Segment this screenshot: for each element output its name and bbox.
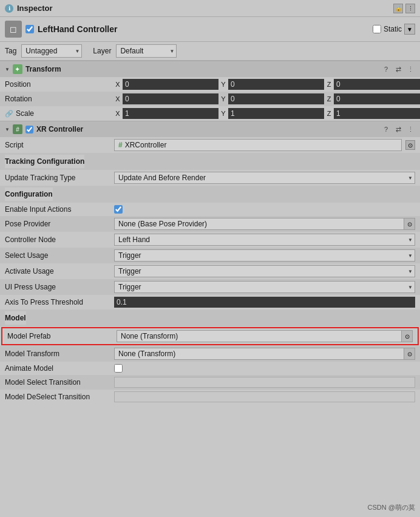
transform-settings-btn[interactable]: ⇄ <box>393 64 403 74</box>
select-usage-dropdown[interactable]: Trigger ▼ <box>114 249 415 262</box>
xr-help-btn[interactable]: ? <box>381 124 391 134</box>
title-bar-actions: 🔒 ⋮ <box>393 4 415 13</box>
script-name: XRController <box>125 141 167 149</box>
model-prefab-label: Model Prefab <box>7 332 117 340</box>
transform-menu-btn[interactable]: ⋮ <box>405 64 415 74</box>
transform-help-btn[interactable]: ? <box>381 64 391 74</box>
script-field: # XRController <box>114 139 402 151</box>
scale-y-input[interactable] <box>228 108 324 119</box>
xr-controller-toggle-icon: ▼ <box>5 127 10 132</box>
position-x-input[interactable] <box>123 79 218 90</box>
tag-label: Tag <box>5 47 16 55</box>
tag-select-wrapper: Untagged <box>21 44 82 58</box>
gameobject-name: LeftHand Controller <box>38 24 369 34</box>
enable-input-row: Enable Input Actions <box>0 203 420 216</box>
xr-settings-btn[interactable]: ⇄ <box>393 124 403 134</box>
rotation-xyz: X Y Z <box>114 93 420 104</box>
controller-node-row: Controller Node Left Hand ▼ <box>0 232 420 248</box>
pose-provider-label: Pose Provider <box>5 220 114 228</box>
update-tracking-value: Update And Before Render <box>114 172 415 184</box>
enable-input-label: Enable Input Actions <box>5 205 114 214</box>
animate-model-checkbox[interactable] <box>114 364 123 373</box>
xr-controller-component: ▼ # XR Controller ? ⇄ ⋮ Script # XRContr… <box>0 121 420 404</box>
select-usage-label: Select Usage <box>5 251 114 260</box>
ui-press-value: Trigger <box>114 281 415 293</box>
static-dropdown-btn[interactable]: ▼ <box>404 24 415 35</box>
model-prefab-field: None (Transform) ⊙ <box>117 330 413 342</box>
animate-model-value <box>114 364 415 373</box>
pose-provider-row: Pose Provider None (Base Pose Provider) … <box>0 216 420 232</box>
pose-provider-value: None (Base Pose Provider) ⊙ <box>114 218 415 230</box>
gameobject-active-checkbox[interactable] <box>25 25 34 33</box>
enable-input-value <box>114 205 415 214</box>
scale-x-input[interactable] <box>123 108 218 119</box>
script-label: Script <box>5 141 114 149</box>
model-transform-target-btn[interactable]: ⊙ <box>404 348 415 359</box>
model-section: Model <box>0 309 420 326</box>
pos-z-label: Z <box>325 81 333 88</box>
position-z-input[interactable] <box>334 79 420 90</box>
model-transform-row: Model Transform None (Transform) ⊙ <box>0 346 420 362</box>
watermark: CSDN @萌の莫 <box>368 503 415 512</box>
controller-node-value: Left Hand <box>114 234 415 246</box>
activate-usage-dropdown[interactable]: Trigger ▼ <box>114 265 415 277</box>
position-y-input[interactable] <box>228 79 324 90</box>
model-prefab-row: Model Prefab None (Transform) ⊙ <box>1 327 419 345</box>
lock-button[interactable]: 🔒 <box>393 4 403 13</box>
transform-actions: ? ⇄ ⋮ <box>381 64 415 74</box>
layer-select[interactable]: Default <box>116 44 177 58</box>
model-deselect-input[interactable] <box>114 391 415 402</box>
rotation-z-input[interactable] <box>334 93 420 104</box>
model-select-transition-row: Model Select Transition <box>0 375 420 390</box>
animate-model-row: Animate Model <box>0 362 420 375</box>
transform-header[interactable]: ▼ ✦ Transform ? ⇄ ⋮ <box>0 61 420 77</box>
model-deselect-label: Model DeSelect Transition <box>5 393 114 401</box>
xr-controller-title: XR Controller <box>36 125 378 133</box>
controller-node-label: Controller Node <box>5 235 114 244</box>
model-prefab-value: None (Transform) ⊙ <box>117 330 413 342</box>
script-target-btn[interactable]: ⊙ <box>405 140 415 150</box>
controller-node-dropdown[interactable]: Left Hand ▼ <box>114 234 415 246</box>
static-area: Static ▼ <box>373 24 415 35</box>
transform-component: ▼ ✦ Transform ? ⇄ ⋮ Position X Y Z Rotat… <box>0 61 420 121</box>
axis-threshold-input[interactable] <box>114 297 415 308</box>
model-prefab-text: None (Transform) <box>117 332 401 340</box>
xr-controller-actions: ? ⇄ ⋮ <box>381 124 415 134</box>
layer-select-wrapper: Default <box>116 44 177 58</box>
xr-controller-enabled-checkbox[interactable] <box>25 126 33 133</box>
model-transform-field: None (Transform) ⊙ <box>114 348 415 360</box>
xr-controller-header[interactable]: ▼ # XR Controller ? ⇄ ⋮ <box>0 121 420 137</box>
ui-press-dropdown[interactable]: Trigger ▼ <box>114 281 415 293</box>
model-prefab-target-btn[interactable]: ⊙ <box>401 331 412 342</box>
rot-y-label: Y <box>220 95 227 103</box>
model-deselect-transition-row: Model DeSelect Transition <box>0 390 420 404</box>
pose-provider-target-btn[interactable]: ⊙ <box>404 218 415 229</box>
enable-input-checkbox[interactable] <box>114 205 123 214</box>
title-bar-text: Inspector <box>17 4 53 13</box>
rotation-y-input[interactable] <box>228 93 324 104</box>
model-section-label: Model <box>5 311 26 325</box>
transform-title: Transform <box>25 65 378 73</box>
rotation-x-input[interactable] <box>123 93 218 104</box>
scale-z-input[interactable] <box>334 108 420 119</box>
model-transform-text: None (Transform) <box>115 350 404 358</box>
rot-z-label: Z <box>325 95 333 103</box>
scale-label: 🔗 Scale <box>5 109 114 118</box>
model-select-label: Model Select Transition <box>5 378 114 387</box>
xr-controller-icon: # <box>13 124 22 134</box>
configuration-label: Configuration <box>5 188 53 201</box>
update-tracking-dropdown[interactable]: Update And Before Render ▼ <box>114 172 415 184</box>
axis-threshold-label: Axis To Press Threshold <box>5 298 114 306</box>
tracking-config-label: Tracking Configuration <box>5 155 84 168</box>
xr-menu-btn[interactable]: ⋮ <box>405 124 415 134</box>
static-checkbox[interactable] <box>373 25 381 33</box>
scale-z-label: Z <box>325 110 333 117</box>
menu-button[interactable]: ⋮ <box>405 4 415 13</box>
tag-select[interactable]: Untagged <box>21 44 82 58</box>
model-select-input[interactable] <box>114 377 415 388</box>
scale-x-label: X <box>114 110 121 117</box>
animate-model-label: Animate Model <box>5 364 114 373</box>
axis-threshold-row: Axis To Press Threshold <box>0 295 420 309</box>
pos-y-label: Y <box>220 81 227 88</box>
script-hash-icon: # <box>118 141 123 149</box>
